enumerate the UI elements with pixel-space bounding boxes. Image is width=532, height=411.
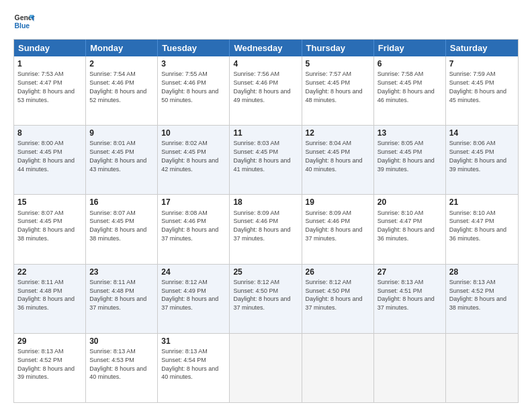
logo-icon: General Blue: [13, 11, 35, 32]
day-number: 6: [378, 58, 442, 69]
day-number: 30: [89, 336, 154, 347]
calendar-empty-cell: [446, 334, 518, 402]
day-number: 29: [17, 336, 82, 347]
day-number: 11: [233, 128, 298, 138]
day-info: Sunrise: 7:59 AM Sunset: 4:45 PM Dayligh…: [449, 71, 506, 103]
day-number: 31: [161, 336, 226, 347]
day-info: Sunrise: 7:55 AM Sunset: 4:46 PM Dayligh…: [161, 71, 218, 103]
day-number: 2: [89, 58, 154, 69]
day-info: Sunrise: 8:13 AM Sunset: 4:51 PM Dayligh…: [378, 279, 435, 311]
calendar-day-cell: 24Sunrise: 8:12 AM Sunset: 4:49 PM Dayli…: [158, 265, 230, 333]
day-number: 9: [89, 128, 154, 138]
day-number: 8: [17, 128, 82, 138]
calendar-week-row: 22Sunrise: 8:11 AM Sunset: 4:48 PM Dayli…: [14, 265, 518, 334]
day-number: 3: [161, 58, 226, 69]
day-number: 24: [161, 267, 226, 277]
calendar-header-cell: Friday: [374, 40, 446, 56]
calendar-day-cell: 26Sunrise: 8:12 AM Sunset: 4:50 PM Dayli…: [302, 265, 374, 333]
day-info: Sunrise: 8:04 AM Sunset: 4:45 PM Dayligh…: [306, 140, 363, 172]
calendar-day-cell: 1Sunrise: 7:53 AM Sunset: 4:47 PM Daylig…: [14, 56, 86, 125]
calendar-day-cell: 12Sunrise: 8:04 AM Sunset: 4:45 PM Dayli…: [302, 126, 374, 194]
logo: General Blue: [13, 11, 35, 32]
day-number: 1: [17, 58, 82, 69]
day-info: Sunrise: 8:09 AM Sunset: 4:46 PM Dayligh…: [306, 210, 363, 242]
calendar-day-cell: 9Sunrise: 8:01 AM Sunset: 4:45 PM Daylig…: [86, 126, 158, 194]
day-info: Sunrise: 7:54 AM Sunset: 4:46 PM Dayligh…: [89, 71, 146, 103]
day-number: 7: [449, 58, 515, 69]
day-number: 14: [449, 128, 515, 138]
calendar-day-cell: 19Sunrise: 8:09 AM Sunset: 4:46 PM Dayli…: [302, 195, 374, 263]
day-info: Sunrise: 8:13 AM Sunset: 4:52 PM Dayligh…: [449, 279, 506, 311]
calendar-day-cell: 5Sunrise: 7:57 AM Sunset: 4:45 PM Daylig…: [302, 56, 374, 125]
day-number: 26: [306, 267, 370, 277]
calendar-empty-cell: [230, 334, 302, 402]
day-number: 21: [449, 197, 515, 208]
calendar-day-cell: 31Sunrise: 8:13 AM Sunset: 4:54 PM Dayli…: [158, 334, 230, 402]
svg-text:Blue: Blue: [15, 22, 30, 30]
calendar-day-cell: 27Sunrise: 8:13 AM Sunset: 4:51 PM Dayli…: [374, 265, 446, 333]
day-info: Sunrise: 8:06 AM Sunset: 4:45 PM Dayligh…: [449, 140, 506, 172]
day-info: Sunrise: 8:00 AM Sunset: 4:45 PM Dayligh…: [17, 140, 75, 172]
day-info: Sunrise: 7:53 AM Sunset: 4:47 PM Dayligh…: [17, 71, 75, 103]
day-info: Sunrise: 8:12 AM Sunset: 4:50 PM Dayligh…: [233, 279, 290, 311]
day-info: Sunrise: 8:07 AM Sunset: 4:45 PM Dayligh…: [89, 210, 146, 242]
calendar-day-cell: 30Sunrise: 8:13 AM Sunset: 4:53 PM Dayli…: [86, 334, 158, 402]
calendar-day-cell: 7Sunrise: 7:59 AM Sunset: 4:45 PM Daylig…: [446, 56, 518, 125]
calendar-header-cell: Sunday: [14, 40, 86, 56]
calendar-header-cell: Wednesday: [230, 40, 302, 56]
calendar-day-cell: 16Sunrise: 8:07 AM Sunset: 4:45 PM Dayli…: [86, 195, 158, 263]
day-number: 20: [378, 197, 442, 208]
calendar-day-cell: 17Sunrise: 8:08 AM Sunset: 4:46 PM Dayli…: [158, 195, 230, 263]
day-number: 27: [378, 267, 442, 277]
day-info: Sunrise: 8:13 AM Sunset: 4:52 PM Dayligh…: [17, 348, 75, 380]
calendar-empty-cell: [302, 334, 374, 402]
day-info: Sunrise: 8:10 AM Sunset: 4:47 PM Dayligh…: [449, 210, 506, 242]
day-info: Sunrise: 8:02 AM Sunset: 4:45 PM Dayligh…: [161, 140, 218, 172]
calendar-day-cell: 2Sunrise: 7:54 AM Sunset: 4:46 PM Daylig…: [86, 56, 158, 125]
calendar-day-cell: 22Sunrise: 8:11 AM Sunset: 4:48 PM Dayli…: [14, 265, 86, 333]
calendar-empty-cell: [374, 334, 446, 402]
calendar-day-cell: 14Sunrise: 8:06 AM Sunset: 4:45 PM Dayli…: [446, 126, 518, 194]
day-info: Sunrise: 8:09 AM Sunset: 4:46 PM Dayligh…: [233, 210, 290, 242]
calendar-day-cell: 3Sunrise: 7:55 AM Sunset: 4:46 PM Daylig…: [158, 56, 230, 125]
header: General Blue: [13, 11, 519, 32]
day-info: Sunrise: 8:03 AM Sunset: 4:45 PM Dayligh…: [233, 140, 290, 172]
calendar: SundayMondayTuesdayWednesdayThursdayFrid…: [13, 39, 519, 403]
day-info: Sunrise: 8:07 AM Sunset: 4:45 PM Dayligh…: [17, 210, 75, 242]
calendar-day-cell: 23Sunrise: 8:11 AM Sunset: 4:48 PM Dayli…: [86, 265, 158, 333]
day-info: Sunrise: 8:11 AM Sunset: 4:48 PM Dayligh…: [89, 279, 146, 311]
day-number: 4: [233, 58, 298, 69]
calendar-day-cell: 8Sunrise: 8:00 AM Sunset: 4:45 PM Daylig…: [14, 126, 86, 194]
day-number: 10: [161, 128, 226, 138]
day-info: Sunrise: 8:10 AM Sunset: 4:47 PM Dayligh…: [378, 210, 435, 242]
day-info: Sunrise: 8:08 AM Sunset: 4:46 PM Dayligh…: [161, 210, 218, 242]
day-info: Sunrise: 7:57 AM Sunset: 4:45 PM Dayligh…: [306, 71, 363, 103]
day-info: Sunrise: 8:12 AM Sunset: 4:50 PM Dayligh…: [306, 279, 363, 311]
day-number: 19: [306, 197, 370, 208]
calendar-day-cell: 6Sunrise: 7:58 AM Sunset: 4:45 PM Daylig…: [374, 56, 446, 125]
day-number: 12: [306, 128, 370, 138]
day-number: 16: [89, 197, 154, 208]
calendar-week-row: 1Sunrise: 7:53 AM Sunset: 4:47 PM Daylig…: [14, 56, 518, 126]
calendar-day-cell: 28Sunrise: 8:13 AM Sunset: 4:52 PM Dayli…: [446, 265, 518, 333]
day-info: Sunrise: 8:13 AM Sunset: 4:54 PM Dayligh…: [161, 348, 218, 380]
calendar-day-cell: 25Sunrise: 8:12 AM Sunset: 4:50 PM Dayli…: [230, 265, 302, 333]
day-info: Sunrise: 8:13 AM Sunset: 4:53 PM Dayligh…: [89, 348, 146, 380]
page: General Blue SundayMondayTuesdayWednesda…: [0, 0, 532, 411]
calendar-day-cell: 15Sunrise: 8:07 AM Sunset: 4:45 PM Dayli…: [14, 195, 86, 263]
day-number: 23: [89, 267, 154, 277]
day-number: 5: [306, 58, 370, 69]
calendar-day-cell: 4Sunrise: 7:56 AM Sunset: 4:46 PM Daylig…: [230, 56, 302, 125]
calendar-week-row: 15Sunrise: 8:07 AM Sunset: 4:45 PM Dayli…: [14, 195, 518, 264]
day-number: 28: [449, 267, 515, 277]
day-number: 22: [17, 267, 82, 277]
day-number: 17: [161, 197, 226, 208]
calendar-day-cell: 13Sunrise: 8:05 AM Sunset: 4:45 PM Dayli…: [374, 126, 446, 194]
day-info: Sunrise: 8:05 AM Sunset: 4:45 PM Dayligh…: [378, 140, 435, 172]
calendar-header-cell: Saturday: [446, 40, 518, 56]
calendar-header-cell: Monday: [86, 40, 158, 56]
day-info: Sunrise: 8:01 AM Sunset: 4:45 PM Dayligh…: [89, 140, 146, 172]
calendar-header: SundayMondayTuesdayWednesdayThursdayFrid…: [14, 40, 518, 56]
calendar-body: 1Sunrise: 7:53 AM Sunset: 4:47 PM Daylig…: [14, 56, 518, 402]
day-info: Sunrise: 8:12 AM Sunset: 4:49 PM Dayligh…: [161, 279, 218, 311]
